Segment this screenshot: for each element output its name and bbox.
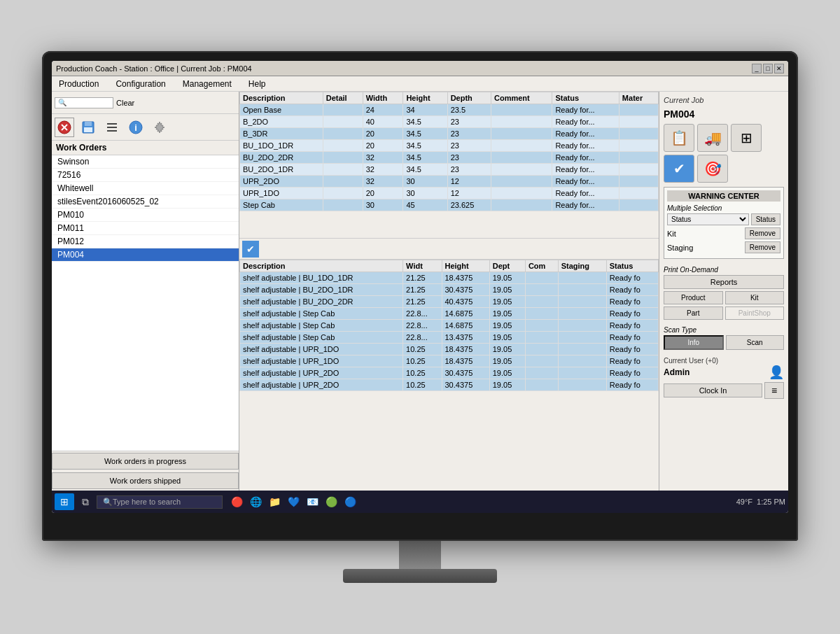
lower-table-row[interactable]: shelf adjustable | Step Cab 22.8... 14.6… [240,308,659,320]
lower-cell-staging [558,284,606,296]
upper-table-row[interactable]: UPR_1DO 20 30 12 Ready for... [240,188,659,199]
wo-item-pm004[interactable]: PM004 [52,248,239,262]
lower-table-container[interactable]: Description Widt Height Dept Com Staging… [239,260,659,491]
kit-button[interactable]: Kit [725,291,785,304]
scan-button[interactable]: Scan [726,335,785,350]
lower-cell-staging [558,344,606,355]
user-list-icon[interactable]: ≡ [764,382,784,399]
work-orders-header[interactable]: Work Orders [52,141,239,155]
menu-configuration[interactable]: Configuration [113,78,168,90]
upper-cell-depth: 23 [447,140,491,152]
wo-item-72516[interactable]: 72516 [52,169,239,182]
wo-item-pm010[interactable]: PM010 [52,209,239,222]
settings-icon[interactable] [150,118,169,137]
taskbar-icon-5[interactable]: 📧 [304,493,321,510]
lower-table-row[interactable]: shelf adjustable | UPR_2DO 10.25 30.4375… [240,367,659,379]
lower-table-row[interactable]: shelf adjustable | BU_2DO_2DR 21.25 40.4… [240,296,659,308]
upper-cell-detail [323,128,363,140]
info-scan-button[interactable]: Info [664,335,724,350]
shipped-button[interactable]: Work orders shipped [52,472,239,489]
kit-remove-btn[interactable]: Remove [745,227,780,239]
upper-table-row[interactable]: B_2DO 40 34.5 23 Ready for... [240,116,659,128]
check-icon-btn[interactable]: ✔ [664,155,694,183]
lower-cell-height: 13.4375 [442,332,489,344]
lower-cell-status: Ready fo [606,367,658,379]
status-apply-btn[interactable]: Status [751,213,780,225]
taskbar-icon-2[interactable]: 🌐 [247,493,264,510]
taskbar-icon-7[interactable]: 🔵 [342,493,358,510]
clear-button[interactable]: Clear [116,99,134,107]
upper-table-container[interactable]: Description Detail Width Height Depth Co… [239,92,659,239]
upper-table-row[interactable]: Open Base 24 34 23.5 Ready for... [240,104,659,116]
menu-management[interactable]: Management [180,78,234,90]
upper-table-row[interactable]: BU_2DO_2DR 32 34.5 23 Ready for... [240,152,659,164]
lower-table-row[interactable]: shelf adjustable | BU_2DO_1DR 21.25 30.4… [240,284,659,296]
lower-table-row[interactable]: shelf adjustable | BU_1DO_1DR 21.25 18.4… [240,272,659,284]
in-progress-button[interactable]: Work orders in progress [52,453,239,470]
col-lower-staging: Staging [558,260,606,272]
menu-production[interactable]: Production [56,78,102,90]
taskbar-search-text: Type here to search [113,498,181,506]
taskbar-icon-1[interactable]: 🔴 [228,493,245,510]
search-box[interactable]: 🔍 [55,97,113,108]
wo-item-pm012[interactable]: PM012 [52,235,239,248]
menu-help[interactable]: Help [246,78,269,90]
product-button[interactable]: Product [664,291,723,304]
upper-cell-detail [323,152,363,164]
wo-item-stiles[interactable]: stilesEvent2016060525_02 [52,195,239,209]
wo-item-swinson[interactable]: Swinson [52,155,239,169]
staging-remove-btn[interactable]: Remove [745,241,780,253]
status-select[interactable]: Status [667,213,749,225]
lower-cell-staging [558,367,606,379]
warning-center-title: WARNING CENTER [667,190,780,202]
scan-type-section: Scan Type Info Scan [664,326,784,350]
user-section: Current User (+0) Admin 👤 Clock In ≡ [664,357,784,399]
lower-cell-desc: shelf adjustable | Step Cab [240,332,403,344]
grid-icon-btn[interactable]: ⊞ [731,124,762,152]
info-icon[interactable]: i [126,118,146,137]
upper-table-row[interactable]: B_3DR 20 34.5 23 Ready for... [240,128,659,140]
upper-cell-mater [619,140,658,152]
close-icon[interactable] [55,118,74,137]
close-button[interactable]: ✕ [774,64,784,73]
lower-table-row[interactable]: shelf adjustable | UPR_1DO 10.25 18.4375… [240,344,659,355]
search-input[interactable] [68,99,110,107]
taskbar-search[interactable]: 🔍 Type here to search [97,495,223,509]
upper-table-row[interactable]: BU_1DO_1DR 20 34.5 23 Ready for... [240,140,659,152]
upper-table-row[interactable]: UPR_2DO 32 30 12 Ready for... [240,176,659,188]
taskbar-icon-3[interactable]: 📁 [266,493,283,510]
lower-cell-desc: shelf adjustable | BU_1DO_1DR [240,272,403,284]
target-icon-btn[interactable]: 🎯 [697,155,728,183]
work-order-icon-btn[interactable]: 📋 [664,124,694,152]
lower-table-row[interactable]: shelf adjustable | UPR_1DO 10.25 18.4375… [240,355,659,367]
upper-cell-status: Ready for... [552,104,619,116]
lower-cell-com [525,284,558,296]
taskbar-icon-4[interactable]: 💙 [285,493,302,510]
wo-item-pm011[interactable]: PM011 [52,222,239,235]
maximize-button[interactable]: □ [763,64,773,73]
save-icon[interactable] [78,118,98,137]
window-controls[interactable]: _ □ ✕ [752,64,784,73]
reports-button[interactable]: Reports [664,275,784,289]
minimize-button[interactable]: _ [752,64,762,73]
clock-in-button[interactable]: Clock In [664,383,762,397]
list-icon[interactable] [102,118,122,137]
shipping-icon-btn[interactable]: 🚚 [697,124,728,152]
multiple-selection-label: Multiple Selection [667,204,780,212]
wo-item-whitewell[interactable]: Whitewell [52,182,239,195]
lower-table-row[interactable]: shelf adjustable | Step Cab 22.8... 14.6… [240,320,659,332]
check-mark-icon[interactable]: ✔ [242,241,259,258]
lower-table-row[interactable]: shelf adjustable | UPR_2DO 10.25 30.4375… [240,379,659,391]
paintshop-button[interactable]: PaintShop [725,307,785,320]
upper-table-row[interactable]: Step Cab 30 45 23.625 Ready for... [240,199,659,211]
svg-rect-4 [85,122,92,126]
start-button[interactable]: ⊞ [55,493,74,510]
lower-table-row[interactable]: shelf adjustable | Step Cab 22.8... 13.4… [240,332,659,344]
lower-cell-height: 30.4375 [442,367,489,379]
part-button[interactable]: Part [664,307,723,320]
lower-cell-com [525,308,558,320]
upper-table-row[interactable]: BU_2DO_1DR 32 34.5 23 Ready for... [240,164,659,176]
current-job-label: Current Job [664,96,784,104]
taskbar-icon-6[interactable]: 🟢 [323,493,340,510]
taskview-icon[interactable]: ⧉ [77,493,94,510]
